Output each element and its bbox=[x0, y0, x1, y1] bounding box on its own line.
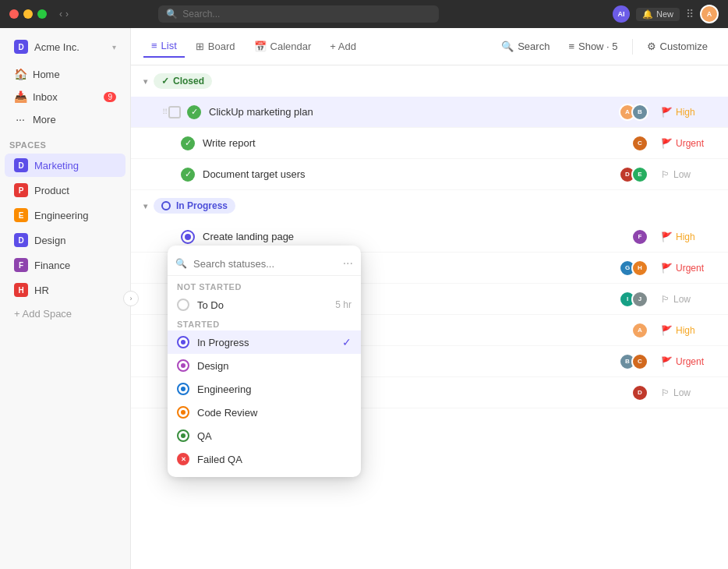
sidebar-item-marketing-label: Marketing bbox=[34, 160, 79, 171]
avatar: F bbox=[631, 228, 648, 246]
progress-icon bbox=[161, 201, 171, 210]
sidebar-item-design[interactable]: D Design bbox=[5, 228, 125, 252]
sidebar-item-product-label: Product bbox=[34, 185, 69, 196]
task-avatars: A B bbox=[619, 104, 648, 121]
inprogress-chevron-icon: ▾ bbox=[143, 202, 147, 210]
section-closed-header[interactable]: ▾ ✓ Closed bbox=[131, 65, 728, 97]
tab-calendar[interactable]: 📅 Calendar bbox=[246, 36, 320, 57]
sidebar-item-home[interactable]: 🏠 Home bbox=[5, 63, 125, 85]
status-option-label: QA bbox=[197, 430, 212, 442]
status-option-code-review[interactable]: Code Review bbox=[168, 401, 361, 424]
topbar: ≡ List ⊞ Board 📅 Calendar + Add 🔍 Search bbox=[131, 28, 728, 65]
flag-icon: 🚩 bbox=[661, 325, 673, 336]
priority-badge: 🚩 High bbox=[661, 325, 716, 336]
workspace-switcher[interactable]: D Acme Inc. ▾ bbox=[5, 35, 125, 58]
workspace-name: Acme Inc. bbox=[34, 41, 80, 53]
task-status-icon[interactable] bbox=[181, 230, 195, 244]
list-icon: ≡ bbox=[151, 40, 157, 51]
status-circle-icon bbox=[177, 299, 189, 311]
ai-button[interactable]: AI bbox=[613, 5, 630, 23]
table-row[interactable]: ✓ Write report C 🚩 Urgent bbox=[131, 128, 728, 159]
task-avatars: F bbox=[631, 228, 648, 246]
show-button[interactable]: ≡ Show · 5 bbox=[560, 37, 625, 56]
sidebar: D Acme Inc. ▾ 🏠 Home 📥 Inbox 9 ··· More … bbox=[0, 28, 131, 569]
flag-icon: 🏳 bbox=[661, 294, 670, 305]
sidebar-item-finance[interactable]: F Finance bbox=[5, 253, 125, 277]
task-status-icon[interactable]: ✓ bbox=[181, 136, 195, 150]
avatar: H bbox=[631, 260, 648, 277]
table-row[interactable]: ✓ Document target users D E 🏳 Low bbox=[131, 159, 728, 190]
minimize-window-btn[interactable] bbox=[23, 9, 33, 19]
section-inprogress-header[interactable]: ▾ In Progress bbox=[131, 190, 728, 221]
global-search-bar[interactable]: 🔍 bbox=[158, 5, 439, 23]
sidebar-item-hr[interactable]: H HR bbox=[5, 278, 125, 302]
status-circle-icon: ✕ bbox=[177, 453, 189, 465]
finance-space-icon: F bbox=[14, 258, 28, 272]
customize-button[interactable]: ⚙ Customize bbox=[639, 37, 716, 56]
status-option-failed-qa[interactable]: ✕ Failed QA bbox=[168, 447, 361, 471]
search-button[interactable]: 🔍 Search bbox=[493, 37, 557, 56]
table-row[interactable]: ⠿ ✓ ClickUp marketing plan A B 🚩 High bbox=[131, 97, 728, 128]
status-circle-icon bbox=[177, 383, 189, 395]
global-search-input[interactable] bbox=[182, 9, 431, 19]
task-checkbox[interactable] bbox=[168, 106, 181, 118]
search-icon: 🔍 bbox=[166, 9, 178, 19]
sidebar-item-more[interactable]: ··· More bbox=[5, 108, 125, 130]
task-avatars: B C bbox=[619, 353, 648, 370]
task-status-icon[interactable]: ✓ bbox=[181, 168, 195, 182]
sidebar-item-marketing[interactable]: D Marketing bbox=[5, 154, 125, 177]
tab-board[interactable]: ⊞ Board bbox=[188, 36, 243, 57]
gear-icon: ⚙ bbox=[647, 41, 656, 52]
flag-icon: 🏳 bbox=[661, 387, 670, 398]
dropdown-search-icon: 🔍 bbox=[175, 258, 187, 269]
dropdown-more-icon[interactable]: ··· bbox=[343, 256, 353, 270]
window-controls bbox=[9, 9, 47, 19]
grid-icon[interactable]: ⠿ bbox=[686, 8, 694, 20]
avatar: B bbox=[631, 104, 648, 121]
sidebar-item-inbox[interactable]: 📥 Inbox 9 bbox=[5, 86, 125, 108]
add-space-label: + Add Space bbox=[14, 308, 72, 320]
tab-list[interactable]: ≡ List bbox=[143, 35, 185, 58]
status-option-qa[interactable]: QA bbox=[168, 424, 361, 447]
flag-icon: 🚩 bbox=[661, 231, 673, 242]
status-option-design[interactable]: Design bbox=[168, 354, 361, 377]
priority-badge: 🏳 Low bbox=[661, 294, 716, 305]
status-option-engineering[interactable]: Engineering bbox=[168, 377, 361, 401]
priority-badge: 🚩 Urgent bbox=[661, 263, 716, 274]
chevron-down-icon: ▾ bbox=[112, 43, 116, 51]
flag-icon: 🚩 bbox=[661, 263, 673, 274]
status-option-label: Engineering bbox=[197, 383, 251, 395]
new-button[interactable]: 🔔 New bbox=[636, 8, 680, 21]
spaces-header: Spaces bbox=[0, 134, 130, 153]
maximize-window-btn[interactable] bbox=[37, 9, 47, 19]
sidebar-item-engineering[interactable]: E Engineering bbox=[5, 203, 125, 227]
back-arrow-icon[interactable]: ‹ bbox=[59, 9, 62, 19]
tab-add[interactable]: + Add bbox=[322, 36, 364, 57]
status-search-input[interactable] bbox=[193, 258, 337, 270]
user-avatar[interactable]: A bbox=[700, 5, 719, 23]
close-window-btn[interactable] bbox=[9, 9, 19, 19]
priority-badge: 🚩 High bbox=[661, 231, 716, 242]
status-option-in-progress[interactable]: In Progress ✓ bbox=[168, 330, 361, 354]
sidebar-item-home-label: Home bbox=[33, 69, 60, 80]
sidebar-toggle-button[interactable]: › bbox=[123, 291, 139, 306]
sidebar-item-inbox-label: Inbox bbox=[33, 91, 58, 103]
task-avatars: A bbox=[631, 322, 648, 339]
calendar-icon: 📅 bbox=[254, 41, 267, 52]
forward-arrow-icon[interactable]: › bbox=[65, 9, 69, 19]
avatar: D bbox=[631, 384, 648, 401]
status-circle-icon bbox=[177, 359, 189, 372]
avatar: A bbox=[631, 322, 648, 339]
task-status-icon[interactable]: ✓ bbox=[187, 105, 201, 119]
status-circle-icon bbox=[177, 429, 189, 442]
inbox-icon: 📥 bbox=[14, 90, 27, 103]
sidebar-item-product[interactable]: P Product bbox=[5, 178, 125, 202]
sidebar-item-more-label: More bbox=[33, 114, 56, 125]
add-space-button[interactable]: + Add Space bbox=[5, 303, 125, 324]
status-option-todo[interactable]: To Do 5 hr bbox=[168, 293, 361, 316]
avatar: C bbox=[631, 135, 648, 152]
titlebar: ‹ › 🔍 AI 🔔 New ⠿ A bbox=[0, 0, 728, 28]
closed-status-badge: ✓ Closed bbox=[154, 73, 212, 89]
status-circle-icon bbox=[177, 336, 189, 348]
dropdown-section-started: STARTED bbox=[168, 316, 361, 330]
